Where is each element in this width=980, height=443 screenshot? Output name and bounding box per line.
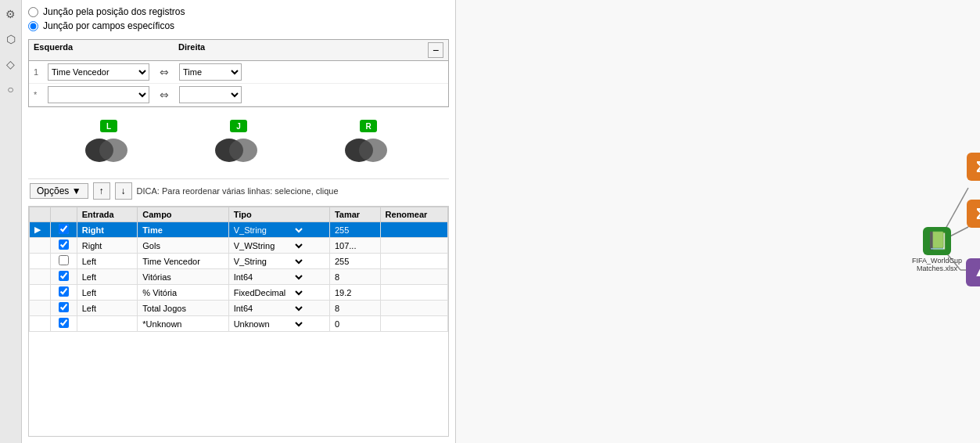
- th-tipo: Tipo: [228, 207, 329, 222]
- row-arrow-cell: ▶: [30, 222, 51, 238]
- row-entrada: Right: [77, 238, 138, 254]
- row-checkbox-cell[interactable]: [51, 269, 77, 285]
- node-file[interactable]: 📗 FIFA_WorldCupMatches.xlsx: [910, 227, 964, 272]
- node-file-icon: 📗: [923, 227, 951, 255]
- radio-fields[interactable]: [28, 21, 38, 31]
- row-entrada: Left: [77, 269, 138, 285]
- row-checkbox-cell[interactable]: [51, 238, 77, 254]
- row-tipo-cell[interactable]: Int64: [228, 301, 329, 316]
- table-row[interactable]: *UnknownUnknown0: [30, 316, 448, 332]
- row-checkbox[interactable]: [59, 271, 69, 281]
- venn-label-L: L: [100, 120, 117, 132]
- join-arrows-star: ⇔: [153, 88, 176, 101]
- row-tipo-select[interactable]: FixedDecimal: [231, 287, 305, 298]
- row-tipo-cell[interactable]: V_String: [228, 222, 329, 238]
- row-checkbox-cell[interactable]: [51, 222, 77, 238]
- row-tipo-select[interactable]: Unknown: [231, 319, 305, 330]
- venn-left[interactable]: L: [85, 120, 132, 166]
- table-row[interactable]: ▶RightTimeV_String255: [30, 222, 448, 238]
- up-arrow-button[interactable]: ↑: [93, 182, 110, 200]
- canvas-panel: 📗 FIFA_WorldCupMatches.xlsx Σ f Σ f ⚙ f …: [456, 0, 980, 443]
- th-arrow: [30, 207, 51, 222]
- table-row[interactable]: RightGolsV_WString107...: [30, 238, 448, 254]
- row-checkbox[interactable]: [59, 318, 69, 328]
- radio-fields-label: Junção por campos específicos: [43, 20, 174, 31]
- row-checkbox[interactable]: [59, 224, 69, 234]
- join-minus-button[interactable]: −: [428, 42, 443, 58]
- row-arrow-cell: [30, 269, 51, 285]
- row-renomear: [380, 301, 447, 316]
- row-arrow-cell: [30, 285, 51, 301]
- options-label: Opções ▼: [37, 185, 81, 196]
- row-tipo-cell[interactable]: FixedDecimal: [228, 285, 329, 301]
- table-row[interactable]: LeftTotal JogosInt648: [30, 301, 448, 316]
- row-checkbox-cell[interactable]: [51, 316, 77, 332]
- radio-position-label: Junção pela posição dos registros: [43, 6, 185, 17]
- node-sum1-symbol: Σ: [976, 158, 980, 176]
- row-tamanho: 255: [329, 222, 380, 238]
- join-fields-header: Esquerda Direita −: [29, 40, 448, 61]
- row-checkbox[interactable]: [59, 255, 69, 265]
- table-row[interactable]: LeftVitóriasInt648: [30, 269, 448, 285]
- row-checkbox[interactable]: [59, 286, 69, 297]
- radio-row-position: Junção pela posição dos registros: [28, 6, 449, 17]
- node-calc2-icon: ▲ f: [966, 258, 980, 286]
- row-campo: % Vitória: [138, 285, 228, 301]
- venn-right[interactable]: R: [345, 120, 392, 166]
- row-tipo-cell[interactable]: V_WString: [228, 238, 329, 254]
- join-left-select-star[interactable]: [48, 86, 149, 103]
- venn-circle-right-L: [99, 139, 127, 162]
- canvas-connections: [456, 0, 980, 443]
- row-tipo-select[interactable]: Int64: [231, 303, 305, 314]
- row-checkbox-cell[interactable]: [51, 254, 77, 269]
- sidebar-icon-circle[interactable]: ○: [3, 81, 19, 97]
- node-sum2-icon: Σ f: [967, 200, 980, 228]
- th-entrada: Entrada: [77, 207, 138, 222]
- row-tipo-select[interactable]: V_String: [231, 256, 305, 267]
- node-sum1-icon: Σ f: [967, 153, 980, 181]
- row-tamanho: 107...: [329, 238, 380, 254]
- node-calc2[interactable]: ▲ f: [966, 258, 980, 286]
- row-tipo-cell[interactable]: V_String: [228, 254, 329, 269]
- row-tipo-select[interactable]: V_String: [231, 225, 305, 236]
- venn-inner[interactable]: J: [215, 120, 262, 166]
- sidebar-icon-hex[interactable]: ⬡: [3, 31, 19, 47]
- th-renomear: Renomear: [380, 207, 447, 222]
- th-tamanho: Tamar: [329, 207, 380, 222]
- radio-position[interactable]: [28, 7, 38, 17]
- radio-group: Junção pela posição dos registros Junção…: [28, 6, 449, 34]
- row-checkbox-cell[interactable]: [51, 301, 77, 316]
- row-entrada: [77, 316, 138, 332]
- row-campo: Time: [138, 222, 228, 238]
- row-entrada: Right: [77, 222, 138, 238]
- row-checkbox[interactable]: [59, 240, 69, 250]
- row-tipo-cell[interactable]: Int64: [228, 269, 329, 285]
- table-row[interactable]: Left% VitóriaFixedDecimal19.2: [30, 285, 448, 301]
- row-tamanho: 8: [329, 269, 380, 285]
- join-header-arrows-spacer: [151, 42, 178, 58]
- table-row[interactable]: LeftTime VencedorV_String255: [30, 254, 448, 269]
- node-sum1[interactable]: Σ f: [967, 153, 980, 181]
- down-arrow-button[interactable]: ↓: [115, 182, 132, 200]
- options-button[interactable]: Opções ▼: [30, 183, 88, 199]
- row-tamanho: 255: [329, 254, 380, 269]
- join-right-select-star[interactable]: [179, 86, 242, 103]
- row-tamanho: 0: [329, 316, 380, 332]
- sidebar-icon-settings[interactable]: ⚙: [3, 6, 19, 22]
- row-campo: Time Vencedor: [138, 254, 228, 269]
- venn-circles-L: [85, 135, 132, 166]
- toolbar-hint: DICA: Para reordenar várias linhas: sele…: [137, 186, 447, 196]
- join-fields-box: Esquerda Direita − 1 Time Vencedor ⇔ Tim…: [28, 39, 449, 107]
- row-tipo-cell[interactable]: Unknown: [228, 316, 329, 332]
- left-panel: Junção pela posição dos registros Junção…: [22, 0, 456, 443]
- sidebar-icon-diamond[interactable]: ◇: [3, 56, 19, 72]
- row-checkbox-cell[interactable]: [51, 285, 77, 301]
- join-right-select-1[interactable]: Time: [179, 63, 242, 81]
- node-sum2[interactable]: Σ f: [967, 200, 980, 228]
- join-left-select-1[interactable]: Time Vencedor: [48, 63, 149, 81]
- row-arrow-cell: [30, 301, 51, 316]
- row-tipo-select[interactable]: V_WString: [231, 240, 305, 251]
- row-checkbox[interactable]: [59, 302, 69, 312]
- row-tipo-select[interactable]: Int64: [231, 272, 305, 283]
- venn-area: L J R: [28, 113, 449, 172]
